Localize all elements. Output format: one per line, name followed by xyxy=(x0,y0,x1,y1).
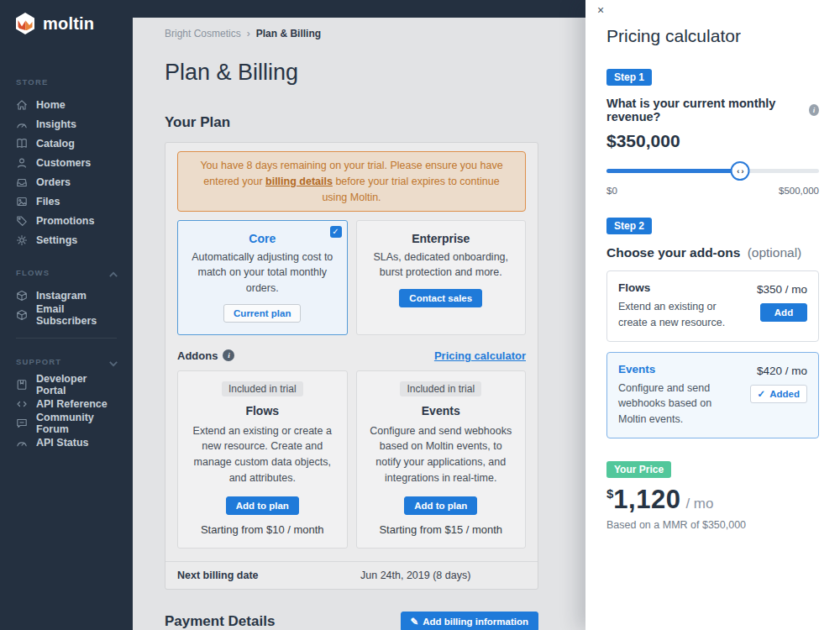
sidebar-item-label: Home xyxy=(36,99,66,111)
gauge-icon xyxy=(16,437,28,449)
next-billing-row: Next billing date Jun 24th, 2019 (8 days… xyxy=(165,561,538,589)
sidebar: moltin Store Home Insights Catalog Custo… xyxy=(0,0,133,630)
addon-card-events: Included in trial Events Configure and s… xyxy=(356,370,527,549)
sidebar-item-label: Instagram xyxy=(36,290,87,302)
nav-section-store: Store xyxy=(0,77,133,87)
pricing-calculator-panel: × Pricing calculator Step 1 What is your… xyxy=(585,0,840,630)
sidebar-item-settings[interactable]: Settings xyxy=(0,230,133,249)
moltin-logo-icon xyxy=(14,12,36,35)
sidebar-item-label: API Reference xyxy=(36,398,108,410)
add-to-plan-button[interactable]: Add to plan xyxy=(226,496,299,515)
slider-handle[interactable]: ‹ › xyxy=(731,161,750,181)
gear-icon xyxy=(16,234,28,246)
code-icon xyxy=(16,398,28,410)
revenue-slider[interactable]: ‹ › xyxy=(606,160,819,181)
addon-cards-row: Included in trial Flows Extend an existi… xyxy=(177,370,526,549)
addon-description: Configure and send webhooks based on Mol… xyxy=(367,423,516,486)
plan-description: SLAs, dedicated onboarding, burst protec… xyxy=(365,249,517,280)
check-icon: ✓ xyxy=(758,388,766,400)
image-icon xyxy=(16,196,28,207)
portal-icon xyxy=(16,379,28,391)
cube-icon xyxy=(16,290,28,302)
sidebar-nav: Store Home Insights Catalog Customers Or… xyxy=(0,35,133,452)
sidebar-item-email-subscribers[interactable]: Email Subscribers xyxy=(0,305,133,324)
page-title: Plan & Billing xyxy=(165,60,538,86)
current-plan-button[interactable]: Current plan xyxy=(223,304,301,323)
sidebar-item-home[interactable]: Home xyxy=(0,95,133,114)
nav-section-store-label: Store xyxy=(16,77,49,87)
add-to-plan-button[interactable]: Add to plan xyxy=(404,496,477,515)
pricing-calculator-link[interactable]: Pricing calculator xyxy=(434,349,526,362)
calc-addon-name: Events xyxy=(618,363,728,375)
sidebar-item-label: Files xyxy=(36,196,60,207)
slider-min-label: $0 xyxy=(606,186,617,196)
sidebar-item-label: Catalog xyxy=(36,138,75,150)
nav-section-flows[interactable]: Flows xyxy=(0,268,133,277)
breadcrumb-store[interactable]: Bright Cosmetics xyxy=(165,28,241,39)
sidebar-item-label: API Status xyxy=(36,437,89,449)
sidebar-item-community-forum[interactable]: Community Forum xyxy=(0,413,133,433)
addons-optional-text: (optional) xyxy=(748,245,802,260)
added-addon-button[interactable]: ✓ Added xyxy=(750,385,807,403)
sidebar-item-promotions[interactable]: Promotions xyxy=(0,211,133,230)
payment-details-heading: Payment Details xyxy=(165,613,275,630)
addons-header-row: Addons i Pricing calculator xyxy=(177,349,526,362)
revenue-question: What is your current monthly revenue? i xyxy=(606,97,819,123)
plan-cards-row: ✓ Core Automatically adjusting cost to m… xyxy=(177,220,526,334)
cube-icon xyxy=(16,309,28,321)
nav-section-support[interactable]: Support xyxy=(0,357,133,366)
user-icon xyxy=(16,157,28,169)
plan-card-enterprise[interactable]: Enterprise SLAs, dedicated onboarding, b… xyxy=(356,220,527,334)
slider-fill xyxy=(606,169,740,173)
sidebar-item-developer-portal[interactable]: Developer Portal xyxy=(0,375,133,394)
plan-name: Enterprise xyxy=(365,232,517,245)
sidebar-item-api-status[interactable]: API Status xyxy=(0,433,133,452)
calculator-title: Pricing calculator xyxy=(606,26,819,46)
sidebar-item-label: Settings xyxy=(36,234,77,246)
inbox-icon xyxy=(16,176,28,188)
sidebar-item-files[interactable]: Files xyxy=(0,192,133,211)
sidebar-item-label: Insights xyxy=(36,118,76,130)
slider-labels: $0 $500,000 xyxy=(606,186,819,196)
sidebar-item-label: Email Subscribers xyxy=(36,303,117,327)
sidebar-item-insights[interactable]: Insights xyxy=(0,114,133,134)
price-note: Based on a MMR of $350,000 xyxy=(606,519,819,531)
your-price: $ 1,120 / mo xyxy=(606,485,819,515)
moltin-logo[interactable]: moltin xyxy=(0,0,133,35)
price-suffix: / mo xyxy=(685,496,713,512)
addon-name: Events xyxy=(367,404,516,417)
tag-icon xyxy=(16,215,28,227)
calc-addon-name: Flows xyxy=(618,281,728,294)
calc-addon-flows: Flows Extend an existing or create a new… xyxy=(606,270,819,342)
info-icon[interactable]: i xyxy=(809,104,819,116)
trial-alert: You have 8 days remaining on your trial.… xyxy=(177,151,526,212)
slider-max-label: $500,000 xyxy=(779,186,819,196)
added-label: Added xyxy=(769,389,800,399)
calc-addon-events: Events Configure and send webhooks based… xyxy=(606,352,819,438)
plan-selected-checkbox[interactable]: ✓ xyxy=(330,226,342,238)
add-addon-button[interactable]: Add xyxy=(760,303,807,322)
sidebar-item-orders[interactable]: Orders xyxy=(0,172,133,192)
nav-section-support-label: Support xyxy=(16,357,61,366)
breadcrumb-current: Plan & Billing xyxy=(256,28,321,39)
info-icon[interactable]: i xyxy=(223,349,234,361)
addons-subheading-text: Choose your add-ons xyxy=(606,245,740,260)
sidebar-item-label: Orders xyxy=(36,176,71,188)
billing-details-link[interactable]: billing details xyxy=(265,176,333,187)
pencil-icon: ✎ xyxy=(411,616,419,627)
price-currency: $ xyxy=(606,486,613,501)
plan-box: You have 8 days remaining on your trial.… xyxy=(165,142,538,590)
contact-sales-button[interactable]: Contact sales xyxy=(399,289,482,307)
main-content: Bright Cosmetics › Plan & Billing Plan &… xyxy=(133,18,585,630)
sidebar-item-catalog[interactable]: Catalog xyxy=(0,134,133,153)
addon-starting-price: Starting from $10 / month xyxy=(188,523,337,536)
add-billing-information-button[interactable]: ✎ Add billing information xyxy=(401,612,538,630)
close-icon[interactable]: × xyxy=(593,3,608,18)
step1-badge: Step 1 xyxy=(606,69,652,86)
addons-label-text: Addons xyxy=(177,349,218,362)
plan-name: Core xyxy=(186,232,339,245)
plan-card-core[interactable]: ✓ Core Automatically adjusting cost to m… xyxy=(177,220,348,334)
sidebar-item-customers[interactable]: Customers xyxy=(0,153,133,172)
sidebar-item-label: Promotions xyxy=(36,215,94,227)
chevron-down-icon xyxy=(108,358,116,366)
